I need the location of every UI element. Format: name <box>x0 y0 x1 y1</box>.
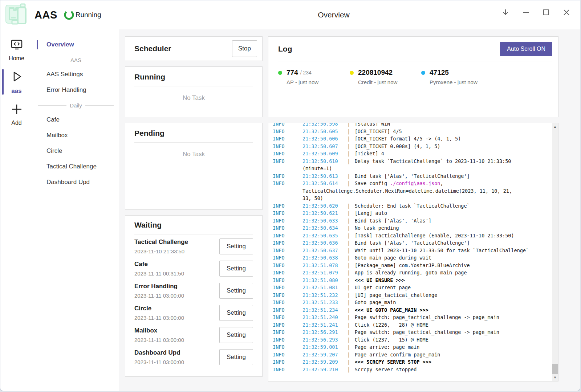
rail-item-add[interactable]: Add <box>0 101 33 127</box>
task-next-run: 2023-11-11 03:00:00 <box>134 359 184 365</box>
nav-item-aas-settings[interactable]: AAS Settings <box>33 67 119 82</box>
divider <box>134 142 253 143</box>
log-line: INFO21:32:51.234|<<< UI GOTO PAGE_MAIN >… <box>273 306 549 314</box>
log-line: INFO21:32:50.638|Goto main page during w… <box>273 254 549 262</box>
log-line: INFO21:32:50.621|[Lang] auto <box>273 209 549 217</box>
log-line: INFO21:32:51.081|UI get current page <box>273 284 549 291</box>
nav-item-mailbox[interactable]: Mailbox <box>33 128 119 143</box>
log-panel: Log Auto Scroll ON 774 / 234 AP - jus <box>268 36 558 117</box>
scheduler-title: Scheduler <box>134 44 171 53</box>
waiting-task-row: Cafe 2023-11-11 00:31:50 Setting <box>134 257 253 279</box>
rail-item-label: Home <box>9 55 24 62</box>
log-title: Log <box>278 45 292 53</box>
stat-dot-icon <box>350 71 354 75</box>
nav-menu: OverviewAASAAS SettingsError HandlingDai… <box>33 29 119 391</box>
task-name: Mailbox <box>134 327 184 334</box>
waiting-task-list: Tactical Challenge 2023-11-10 21:33:50 S… <box>134 235 253 368</box>
log-line: INFO21:32:51.078|[Package_name] com.Yost… <box>273 262 549 269</box>
log-line: INFO21:32:50.610|Delay task `TacticalCha… <box>273 158 549 172</box>
waiting-title: Waiting <box>134 221 253 229</box>
app-window: AAS Running Overview <box>0 0 580 391</box>
running-panel: Running No Task <box>125 66 263 117</box>
nav-section-daily: Daily <box>33 98 119 113</box>
log-line: INFO21:32:59.209|<<< SCRCPY SERVER STOP … <box>273 358 549 366</box>
app-name: AAS <box>34 9 57 21</box>
waiting-task-row: Error Handling 2023-11-11 03:00:00 Setti… <box>134 279 253 302</box>
scrollbar-thumb[interactable] <box>552 364 558 374</box>
stat-label: AP - just now <box>287 79 350 85</box>
setting-button[interactable]: Setting <box>219 327 253 343</box>
log-line: INFO21:32:50.635|[Task] TacticalChalleng… <box>273 232 549 240</box>
task-name: Error Handling <box>134 283 184 290</box>
log-line: INFO21:32:59.210|Scrcpy server stopped <box>273 366 549 373</box>
nav-item-overview[interactable]: Overview <box>33 37 119 52</box>
titlebar: AAS Running Overview <box>0 0 580 29</box>
log-line: INFO21:32:51.233|Goto page_main <box>273 299 549 306</box>
running-title: Running <box>134 73 253 81</box>
window-controls <box>498 5 574 20</box>
status-label: Running <box>76 11 101 19</box>
log-line: INFO21:32:59.001|Page arrive: page_main <box>273 343 549 351</box>
log-line: INFO21:32:50.633|Bind task ['Alas', 'Ala… <box>273 217 549 225</box>
log-line: INFO21:32:51.240|Page switch: page_tacti… <box>273 314 549 321</box>
app-logo-icon <box>5 3 28 26</box>
task-name: Circle <box>134 305 184 312</box>
log-line: INFO21:32:50.605|[OCR_TICKET] 4/5 <box>273 128 549 135</box>
log-line: INFO21:32:56.291|Page switch: page_tacti… <box>273 328 549 336</box>
nav-item-error-handling[interactable]: Error Handling <box>33 83 119 97</box>
log-line: INFO21:32:51.241|Click (1226, 28) @ HOME <box>273 321 549 329</box>
log-scrollbar[interactable]: ▲ ▼ <box>552 123 558 381</box>
setting-button[interactable]: Setting <box>219 261 253 277</box>
waiting-task-row: Circle 2023-11-11 03:00:00 Setting <box>134 302 253 324</box>
code-monitor-icon <box>9 37 24 53</box>
download-icon[interactable] <box>498 5 513 20</box>
divider <box>134 234 253 234</box>
task-next-run: 2023-11-10 21:33:50 <box>134 248 188 254</box>
log-line: INFO21:32:56.293|Click (1237, 15) @ HOME <box>273 336 549 344</box>
log-line: INFO21:32:50.620|Scheduler: End task `Ta… <box>273 202 549 210</box>
rail-item-label: aas <box>11 87 21 95</box>
log-output-panel: INFO21:32:50.598|[Status] WININFO21:32:5… <box>268 123 558 381</box>
rail-item-aas[interactable]: aas <box>0 68 33 95</box>
nav-item-cafe[interactable]: Cafe <box>33 113 119 127</box>
stat-item: 774 / 234 AP - just now <box>278 69 350 85</box>
setting-button[interactable]: Setting <box>219 349 253 365</box>
stat-item: 220810942 Credit - just now <box>350 69 421 85</box>
maximize-icon[interactable] <box>539 5 554 20</box>
content-area: Scheduler Stop Running No Task Pending N… <box>119 29 580 391</box>
stat-value: 220810942 <box>358 69 393 77</box>
log-lines: INFO21:32:50.598|[Status] WININFO21:32:5… <box>273 123 558 373</box>
nav-item-circle[interactable]: Circle <box>33 144 119 158</box>
waiting-task-row: Tactical Challenge 2023-11-10 21:33:50 S… <box>134 235 253 257</box>
setting-button[interactable]: Setting <box>219 283 253 299</box>
log-line: INFO21:32:51.080|<<< UI ENSURE >>> <box>273 277 549 284</box>
rail-item-home[interactable]: Home <box>0 37 33 62</box>
log-line: INFO21:32:50.634|No task pending <box>273 224 549 232</box>
auto-scroll-button[interactable]: Auto Scroll ON <box>500 42 552 56</box>
minimize-icon[interactable] <box>518 5 533 20</box>
task-name: Tactical Challenge <box>134 238 188 246</box>
scroll-up-icon[interactable]: ▲ <box>552 124 558 130</box>
stat-value: 47125 <box>430 69 449 77</box>
setting-button[interactable]: Setting <box>219 238 253 254</box>
running-status: Running <box>63 9 101 21</box>
divider <box>134 86 253 86</box>
stat-label: Pyroxene - just now <box>430 79 493 85</box>
stat-dot-icon <box>278 71 282 75</box>
scroll-down-icon[interactable]: ▼ <box>552 375 558 380</box>
log-line: INFO21:32:50.606|[OCR_TICKET format] 4/5… <box>273 135 549 143</box>
stop-button[interactable]: Stop <box>232 40 257 57</box>
stat-dot-icon <box>421 71 425 75</box>
log-line: INFO21:32:50.607|[OCR_TICKET 0.008s] (4,… <box>273 143 549 150</box>
close-icon[interactable] <box>559 5 574 20</box>
waiting-panel: Waiting Tactical Challenge 2023-11-10 21… <box>125 215 263 377</box>
pending-title: Pending <box>134 129 253 138</box>
log-line: INFO21:32:51.079|App is already running,… <box>273 269 549 277</box>
waiting-task-row: Dashboard Upd 2023-11-11 03:00:00 Settin… <box>134 346 253 368</box>
log-line: INFO21:32:50.614|Save config ./config\aa… <box>273 180 549 202</box>
stat-suffix: / 234 <box>300 70 312 75</box>
setting-button[interactable]: Setting <box>219 305 253 321</box>
log-line: INFO21:32:50.637|Wait until 2023-11-10 2… <box>273 247 549 254</box>
nav-item-dashboard-upd[interactable]: Dashboard Upd <box>33 175 119 189</box>
nav-item-tactical-challenge[interactable]: Tactical Challenge <box>33 159 119 174</box>
